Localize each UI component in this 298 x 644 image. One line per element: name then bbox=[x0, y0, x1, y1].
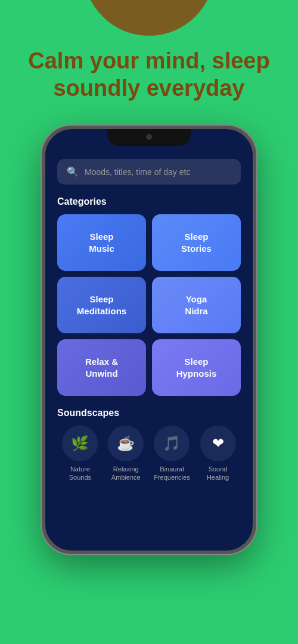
category-relax-unwind[interactable]: Relax &Unwind bbox=[57, 339, 146, 396]
category-sleep-stories[interactable]: SleepStories bbox=[152, 214, 241, 271]
bottom-spacer bbox=[57, 482, 241, 494]
soundscape-binaural-icon: 🎵 bbox=[154, 426, 190, 461]
category-sleep-meditations[interactable]: SleepMeditations bbox=[57, 277, 146, 333]
soundscape-nature-icon: 🌿 bbox=[62, 426, 98, 461]
soundscape-binaural-label: BinauralFrequencies bbox=[154, 465, 190, 482]
category-sleep-hypnosis[interactable]: SleepHypnosis bbox=[152, 339, 241, 396]
notch-camera bbox=[146, 134, 152, 140]
phone-wrapper: 🔍 Moods, titles, time of day etc Categor… bbox=[0, 126, 298, 554]
soundscape-relaxing-ambience[interactable]: ☕ RelaxingAmbience bbox=[108, 426, 144, 482]
phone-mockup: 🔍 Moods, titles, time of day etc Categor… bbox=[42, 126, 256, 554]
soundscape-sound-healing[interactable]: ❤ SoundHealing bbox=[200, 426, 236, 482]
category-label: YogaNidra bbox=[185, 293, 207, 317]
soundscapes-row: 🌿 NatureSounds ☕ RelaxingAmbience 🎵 Bina… bbox=[57, 426, 241, 482]
category-label: SleepStories bbox=[181, 231, 212, 254]
category-yoga-nidra[interactable]: YogaNidra bbox=[152, 277, 241, 333]
search-icon: 🔍 bbox=[67, 166, 79, 177]
hero-title: Calm your mind, sleep soundly everyday bbox=[24, 48, 274, 102]
soundscape-nature-sounds[interactable]: 🌿 NatureSounds bbox=[62, 426, 98, 482]
category-label: Relax &Unwind bbox=[85, 356, 118, 379]
soundscape-ambience-label: RelaxingAmbience bbox=[111, 465, 141, 482]
soundscape-healing-label: SoundHealing bbox=[207, 465, 229, 482]
soundscape-healing-icon: ❤ bbox=[200, 426, 236, 461]
category-sleep-music[interactable]: SleepMusic bbox=[57, 214, 146, 271]
soundscape-binaural[interactable]: 🎵 BinauralFrequencies bbox=[154, 426, 190, 482]
soundscapes-label: Soundscapes bbox=[57, 408, 241, 418]
categories-grid: SleepMusic SleepStories SleepMeditations… bbox=[57, 214, 241, 396]
soundscape-nature-label: NatureSounds bbox=[69, 465, 91, 482]
category-label: SleepHypnosis bbox=[176, 356, 217, 379]
category-label: SleepMeditations bbox=[77, 293, 126, 317]
categories-label: Categories bbox=[57, 196, 241, 207]
category-label: SleepMusic bbox=[89, 231, 114, 254]
search-placeholder: Moods, titles, time of day etc bbox=[85, 167, 190, 177]
phone-notch bbox=[107, 129, 191, 146]
phone-inner: 🔍 Moods, titles, time of day etc Categor… bbox=[45, 129, 253, 551]
search-bar[interactable]: 🔍 Moods, titles, time of day etc bbox=[57, 159, 241, 185]
soundscape-ambience-icon: ☕ bbox=[108, 426, 144, 461]
